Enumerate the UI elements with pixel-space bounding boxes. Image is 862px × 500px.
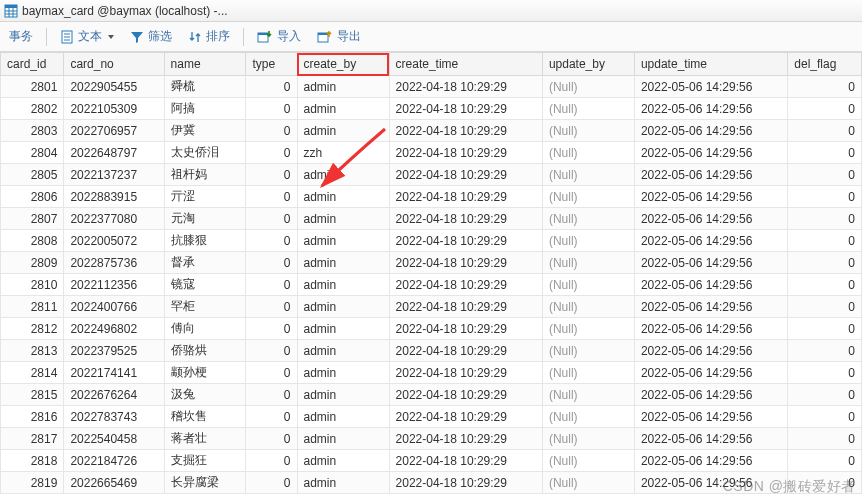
cell-name[interactable]: 汲兔 bbox=[164, 384, 246, 406]
cell-type[interactable]: 0 bbox=[246, 450, 297, 472]
table-row[interactable]: 28052022137237祖杆妈0admin2022-04-18 10:29:… bbox=[1, 164, 862, 186]
table-row[interactable]: 28032022706957伊冀0admin2022-04-18 10:29:2… bbox=[1, 120, 862, 142]
table-row[interactable]: 28102022112356镜寇0admin2022-04-18 10:29:2… bbox=[1, 274, 862, 296]
cell-create_by[interactable]: admin bbox=[297, 120, 389, 142]
cell-card_id[interactable]: 2802 bbox=[1, 98, 64, 120]
cell-name[interactable]: 太史侨泪 bbox=[164, 142, 246, 164]
cell-create_time[interactable]: 2022-04-18 10:29:29 bbox=[389, 274, 542, 296]
cell-update_by[interactable]: (Null) bbox=[542, 450, 634, 472]
cell-del_flag[interactable]: 0 bbox=[788, 142, 862, 164]
cell-name[interactable]: 抗膝狠 bbox=[164, 230, 246, 252]
cell-update_by[interactable]: (Null) bbox=[542, 98, 634, 120]
cell-create_time[interactable]: 2022-04-18 10:29:29 bbox=[389, 384, 542, 406]
column-header-name[interactable]: name bbox=[164, 53, 246, 76]
cell-del_flag[interactable]: 0 bbox=[788, 362, 862, 384]
cell-card_id[interactable]: 2803 bbox=[1, 120, 64, 142]
cell-update_by[interactable]: (Null) bbox=[542, 120, 634, 142]
cell-type[interactable]: 0 bbox=[246, 274, 297, 296]
cell-card_id[interactable]: 2815 bbox=[1, 384, 64, 406]
cell-card_id[interactable]: 2818 bbox=[1, 450, 64, 472]
cell-type[interactable]: 0 bbox=[246, 318, 297, 340]
cell-update_time[interactable]: 2022-05-06 14:29:56 bbox=[634, 450, 787, 472]
cell-create_time[interactable]: 2022-04-18 10:29:29 bbox=[389, 230, 542, 252]
cell-update_by[interactable]: (Null) bbox=[542, 362, 634, 384]
cell-card_no[interactable]: 2022105309 bbox=[64, 98, 164, 120]
cell-card_id[interactable]: 2810 bbox=[1, 274, 64, 296]
text-button[interactable]: 文本 bbox=[53, 25, 121, 48]
cell-card_id[interactable]: 2813 bbox=[1, 340, 64, 362]
table-row[interactable]: 28022022105309阿搞0admin2022-04-18 10:29:2… bbox=[1, 98, 862, 120]
cell-name[interactable]: 罕柜 bbox=[164, 296, 246, 318]
cell-update_by[interactable]: (Null) bbox=[542, 252, 634, 274]
cell-del_flag[interactable]: 0 bbox=[788, 274, 862, 296]
cell-update_time[interactable]: 2022-05-06 14:29:56 bbox=[634, 142, 787, 164]
cell-card_id[interactable]: 2804 bbox=[1, 142, 64, 164]
cell-update_time[interactable]: 2022-05-06 14:29:56 bbox=[634, 186, 787, 208]
cell-card_no[interactable]: 2022665469 bbox=[64, 472, 164, 494]
cell-card_id[interactable]: 2814 bbox=[1, 362, 64, 384]
table-row[interactable]: 28162022783743稽坎售0admin2022-04-18 10:29:… bbox=[1, 406, 862, 428]
cell-type[interactable]: 0 bbox=[246, 296, 297, 318]
cell-card_id[interactable]: 2816 bbox=[1, 406, 64, 428]
table-row[interactable]: 28132022379525侨骆烘0admin2022-04-18 10:29:… bbox=[1, 340, 862, 362]
cell-card_no[interactable]: 2022005072 bbox=[64, 230, 164, 252]
cell-card_id[interactable]: 2805 bbox=[1, 164, 64, 186]
cell-type[interactable]: 0 bbox=[246, 164, 297, 186]
cell-del_flag[interactable]: 0 bbox=[788, 340, 862, 362]
table-row[interactable]: 28142022174141颛孙梗0admin2022-04-18 10:29:… bbox=[1, 362, 862, 384]
cell-create_time[interactable]: 2022-04-18 10:29:29 bbox=[389, 76, 542, 98]
cell-create_by[interactable]: admin bbox=[297, 340, 389, 362]
export-button[interactable]: 导出 bbox=[310, 25, 368, 48]
table-row[interactable]: 28172022540458蒋者壮0admin2022-04-18 10:29:… bbox=[1, 428, 862, 450]
cell-card_no[interactable]: 2022112356 bbox=[64, 274, 164, 296]
cell-card_no[interactable]: 2022184726 bbox=[64, 450, 164, 472]
cell-create_by[interactable]: admin bbox=[297, 98, 389, 120]
cell-type[interactable]: 0 bbox=[246, 120, 297, 142]
cell-card_id[interactable]: 2817 bbox=[1, 428, 64, 450]
column-header-card_id[interactable]: card_id bbox=[1, 53, 64, 76]
cell-update_time[interactable]: 2022-05-06 14:29:56 bbox=[634, 340, 787, 362]
cell-card_no[interactable]: 2022540458 bbox=[64, 428, 164, 450]
cell-create_by[interactable]: admin bbox=[297, 406, 389, 428]
cell-card_no[interactable]: 2022174141 bbox=[64, 362, 164, 384]
table-row[interactable]: 28122022496802傅向0admin2022-04-18 10:29:2… bbox=[1, 318, 862, 340]
cell-create_by[interactable]: admin bbox=[297, 252, 389, 274]
cell-card_id[interactable]: 2812 bbox=[1, 318, 64, 340]
table-row[interactable]: 28072022377080元淘0admin2022-04-18 10:29:2… bbox=[1, 208, 862, 230]
cell-create_by[interactable]: admin bbox=[297, 296, 389, 318]
cell-create_time[interactable]: 2022-04-18 10:29:29 bbox=[389, 120, 542, 142]
cell-create_time[interactable]: 2022-04-18 10:29:29 bbox=[389, 296, 542, 318]
cell-create_by[interactable]: admin bbox=[297, 230, 389, 252]
cell-name[interactable]: 督承 bbox=[164, 252, 246, 274]
cell-del_flag[interactable]: 0 bbox=[788, 406, 862, 428]
cell-del_flag[interactable]: 0 bbox=[788, 186, 862, 208]
table-row[interactable]: 28152022676264汲兔0admin2022-04-18 10:29:2… bbox=[1, 384, 862, 406]
cell-card_id[interactable]: 2808 bbox=[1, 230, 64, 252]
cell-card_no[interactable]: 2022883915 bbox=[64, 186, 164, 208]
cell-create_by[interactable]: admin bbox=[297, 208, 389, 230]
cell-update_time[interactable]: 2022-05-06 14:29:56 bbox=[634, 406, 787, 428]
table-row[interactable]: 28182022184726支掘狂0admin2022-04-18 10:29:… bbox=[1, 450, 862, 472]
cell-create_by[interactable]: admin bbox=[297, 362, 389, 384]
cell-name[interactable]: 蒋者壮 bbox=[164, 428, 246, 450]
cell-update_time[interactable]: 2022-05-06 14:29:56 bbox=[634, 252, 787, 274]
cell-name[interactable]: 傅向 bbox=[164, 318, 246, 340]
column-header-update_by[interactable]: update_by bbox=[542, 53, 634, 76]
cell-name[interactable]: 舜梳 bbox=[164, 76, 246, 98]
cell-name[interactable]: 侨骆烘 bbox=[164, 340, 246, 362]
cell-type[interactable]: 0 bbox=[246, 230, 297, 252]
cell-del_flag[interactable]: 0 bbox=[788, 428, 862, 450]
cell-create_time[interactable]: 2022-04-18 10:29:29 bbox=[389, 186, 542, 208]
cell-update_by[interactable]: (Null) bbox=[542, 428, 634, 450]
cell-update_time[interactable]: 2022-05-06 14:29:56 bbox=[634, 318, 787, 340]
cell-del_flag[interactable]: 0 bbox=[788, 296, 862, 318]
cell-type[interactable]: 0 bbox=[246, 384, 297, 406]
cell-type[interactable]: 0 bbox=[246, 362, 297, 384]
cell-update_by[interactable]: (Null) bbox=[542, 318, 634, 340]
cell-card_no[interactable]: 2022648797 bbox=[64, 142, 164, 164]
table-row[interactable]: 28192022665469长异腐梁0admin2022-04-18 10:29… bbox=[1, 472, 862, 494]
cell-type[interactable]: 0 bbox=[246, 340, 297, 362]
cell-del_flag[interactable]: 0 bbox=[788, 472, 862, 494]
cell-create_by[interactable]: admin bbox=[297, 164, 389, 186]
cell-update_time[interactable]: 2022-05-06 14:29:56 bbox=[634, 362, 787, 384]
